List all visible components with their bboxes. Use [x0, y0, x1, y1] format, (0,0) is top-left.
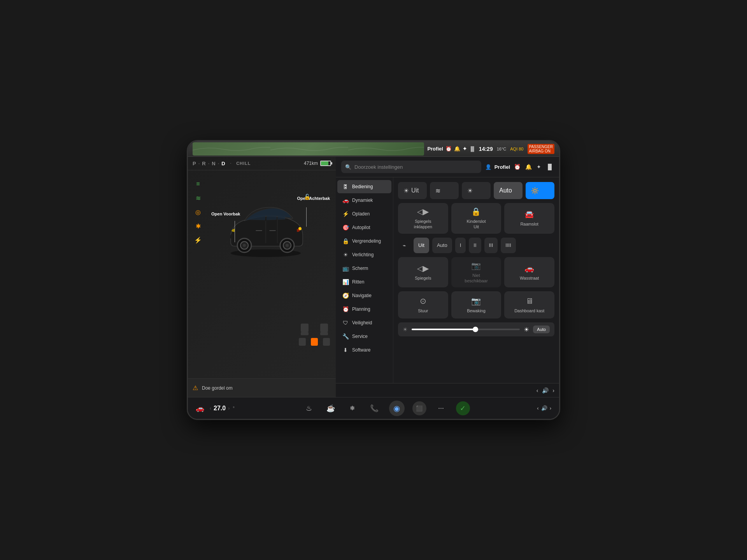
nav-item-vergrendeling[interactable]: 🔒 Vergrendeling	[337, 234, 391, 248]
wiper-1-button[interactable]: I	[455, 238, 466, 253]
heat-button[interactable]: ♨	[302, 401, 316, 415]
temp-decrease-button[interactable]: ‹	[210, 406, 211, 411]
nav-item-bediening[interactable]: 🎛 Bediening	[337, 180, 391, 193]
temp-increase-button[interactable]: ›	[228, 406, 230, 411]
settings-nav: 🎛 Bediening 🚗 Dynamiek ⚡ Opladen 🎯 Autop…	[336, 177, 393, 383]
phone-button[interactable]: 📞	[367, 401, 381, 415]
wiper-4-button[interactable]: IIII	[501, 238, 516, 253]
nav-item-scherm[interactable]: 📺 Scherm	[337, 262, 391, 275]
signal-icon: ▐▌	[469, 146, 476, 152]
verlichting-label: Verlichting	[352, 252, 374, 257]
apps-icon: ⬛	[416, 405, 423, 411]
check-button[interactable]: ✓	[456, 401, 470, 415]
vergrendeling-label: Vergrendeling	[352, 238, 381, 244]
light-uit-label: Uit	[411, 187, 419, 194]
cup-button[interactable]: ☕	[324, 401, 338, 415]
raamslot-label: Raamslot	[520, 221, 538, 227]
niet-beschikbaar-label: Nietbeschikbaar	[465, 273, 487, 284]
temp-status: 16°C	[497, 147, 507, 151]
open-voorbak-label[interactable]: Open Voorbak	[211, 211, 240, 217]
light-uit-button[interactable]: ☀ Uit	[398, 182, 427, 199]
more-button[interactable]: ···	[434, 401, 448, 415]
wiper-uit-button[interactable]: Uit	[414, 238, 429, 253]
range-display: 471km	[304, 161, 318, 166]
nav-item-navigatie[interactable]: 🧭 Navigatie	[337, 289, 391, 302]
wasstraat-label: Wasstraat	[520, 275, 539, 281]
open-achterbak-label[interactable]: Open Achterbak	[297, 196, 330, 201]
battery-info: 471km	[304, 161, 331, 166]
arrow-left-icon[interactable]: ‹	[537, 387, 538, 394]
kinderslot-button[interactable]: 🔒 KinderslotUit	[451, 203, 502, 234]
gear-d: D	[221, 161, 225, 166]
nav-item-autopilot[interactable]: 🎯 Autopilot	[337, 221, 391, 234]
brightness-slider[interactable]	[412, 329, 520, 330]
light-mode3-button[interactable]: ☀	[462, 182, 491, 199]
nav-item-dynamiek[interactable]: 🚗 Dynamiek	[337, 194, 391, 207]
nav-item-veiligheid[interactable]: 🛡 Veiligheid	[337, 316, 391, 329]
voice-button[interactable]: ◉	[389, 401, 405, 416]
wasstraat-button[interactable]: 🚗 Wasstraat	[504, 257, 554, 288]
alarm-header-icon[interactable]: ⏰	[514, 164, 521, 170]
apps-button[interactable]: ⬛	[412, 401, 426, 415]
map-preview[interactable]	[193, 142, 424, 156]
gear-r: R	[202, 161, 205, 166]
nav-item-opladen[interactable]: ⚡ Opladen	[337, 207, 391, 220]
nav-item-service[interactable]: 🔧 Service	[337, 330, 391, 343]
nav-item-software[interactable]: ⬇ Software	[337, 343, 391, 357]
beam-icon-btn: 🔆	[531, 187, 539, 194]
planning-icon: ⏰	[342, 306, 349, 312]
screen-main: P · R · N · D · CHILL 471km	[188, 157, 559, 397]
wiper-4-label: IIII	[505, 242, 511, 248]
brightness-thumb[interactable]	[473, 327, 478, 332]
charge-indicator: ⚡	[193, 234, 203, 245]
warning-icon: ⚠	[193, 384, 198, 392]
profile-section[interactable]: 👤 Profiel	[485, 164, 510, 170]
fan-button[interactable]: ❄	[345, 401, 359, 415]
tesla-screen: Profiel ⏰ 🔔 ✦ ▐▌ 14:29 16°C AQI 80 PASSE…	[187, 140, 560, 420]
bewaking-button[interactable]: 📷 Bewaking	[451, 291, 502, 318]
spiegels-button[interactable]: ◁▶ Spiegels	[398, 257, 448, 288]
stuur-button[interactable]: ⊙ Stuur	[398, 291, 448, 318]
right-panel: 🔍 Doorzoek instellingen 👤 Profiel ⏰ 🔔 ✦ …	[336, 157, 559, 397]
voorbak-line	[235, 221, 235, 242]
raamslot-button[interactable]: 🚘 Raamslot	[504, 203, 554, 234]
wiper-3-button[interactable]: III	[484, 238, 498, 253]
spiegels-icon: ◁▶	[417, 207, 429, 216]
light-auto-button[interactable]: Auto	[494, 182, 523, 199]
nav-item-planning[interactable]: ⏰ Planning	[337, 303, 391, 316]
kinderslot-icon: 🔒	[471, 207, 481, 216]
bediening-icon: 🎛	[342, 184, 349, 190]
light-beam-button[interactable]: 🔆	[526, 182, 554, 199]
brightness-auto-button[interactable]: Auto	[533, 326, 550, 333]
taskbar-right: ‹ 🔊 ›	[537, 405, 551, 411]
search-box[interactable]: 🔍 Doorzoek instellingen	[341, 161, 481, 173]
bell-header-icon[interactable]: 🔔	[525, 164, 532, 170]
light-mode2-icon: ≋	[435, 187, 440, 194]
bluetooth-header-icon[interactable]: ✦	[537, 164, 541, 170]
warning-text: Doe gordel om	[202, 385, 233, 391]
arrow-right-icon[interactable]: ›	[552, 387, 554, 394]
aqi-badge: AQI 80	[510, 147, 523, 151]
volume-prev-button[interactable]: ‹	[537, 405, 538, 411]
wiper-2-button[interactable]: II	[469, 238, 481, 253]
navigatie-icon: 🧭	[342, 292, 349, 299]
dashboard-kast-button[interactable]: 🖥 Dashboard kast	[504, 291, 554, 318]
niet-beschikbaar-button[interactable]: 📷 Nietbeschikbaar	[451, 257, 502, 288]
nav-item-ritten[interactable]: 📊 Ritten	[337, 275, 391, 289]
status-bar: Profiel ⏰ 🔔 ✦ ▐▌ 14:29 16°C AQI 80 PASSE…	[188, 141, 559, 157]
light-mode2-button[interactable]: ≋	[430, 182, 459, 199]
check-icon: ✓	[460, 404, 466, 413]
settings-content: ☀ Uit ≋ ☀ Auto 🔆	[393, 177, 559, 383]
nav-item-verlichting[interactable]: ☀ Verlichting	[337, 248, 391, 261]
volume-next-button[interactable]: ›	[550, 405, 551, 411]
spiegels-inklappen-button[interactable]: ◁▶ Spiegelsinklappen	[398, 203, 448, 234]
opladen-icon: ⚡	[342, 211, 349, 217]
wiper-auto-button[interactable]: Auto	[432, 238, 452, 253]
brightness-min-icon: ☀	[403, 326, 408, 332]
cup-icon: ☕	[326, 404, 335, 413]
spiegels2-label: Spiegels	[415, 275, 431, 281]
software-label: Software	[352, 347, 370, 353]
settings-body: 🎛 Bediening 🚗 Dynamiek ⚡ Opladen 🎯 Autop…	[336, 177, 559, 383]
separator: ·	[230, 160, 231, 167]
software-icon: ⬇	[342, 347, 349, 353]
